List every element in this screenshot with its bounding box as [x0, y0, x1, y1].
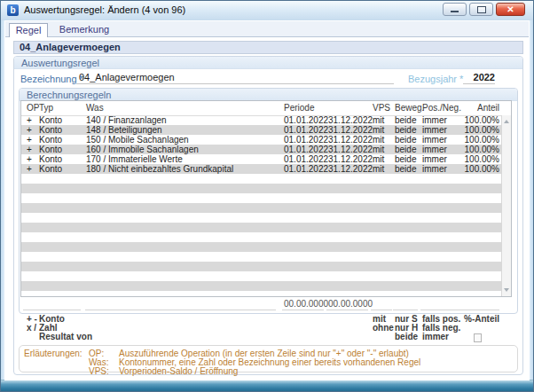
cell-vps: mit [373, 154, 384, 164]
tab-regel[interactable]: Regel [9, 23, 48, 37]
legend: + -Kontomitnur Sfalls pos.%-Anteilx /Zah… [21, 315, 501, 343]
table-row[interactable]: +Konto180 / Nicht einbezahltes Grundkapi… [21, 164, 501, 174]
legend-posneg: immer [422, 333, 449, 341]
legend-typ: Resultat von [39, 333, 92, 341]
hint-row: OP:Auszuführende Operation (in der erste… [20, 349, 517, 357]
cell-posneg: immer [422, 135, 447, 145]
cell-vps: mit [373, 135, 384, 145]
legend-vps: ohne [373, 324, 394, 333]
hint-row: Was:Kontonummer, eine Zahl oder Bezeichn… [20, 357, 517, 366]
table-edit-row[interactable]: 00.00.0000 00.00.0000 [21, 299, 501, 311]
cell-beweg: beide [395, 115, 416, 125]
cell-vps: mit [373, 115, 384, 125]
window-frame-bottom [1, 380, 533, 391]
cell-bis: 31.12.2022 [328, 145, 373, 154]
table-scrollbar[interactable] [501, 115, 511, 296]
cell-von: 01.01.2022 [284, 115, 328, 125]
legend-anteil: %-Anteil [464, 315, 499, 324]
column-header-beweg[interactable]: Beweg. [395, 101, 424, 115]
cell-von: 01.01.2022 [284, 154, 328, 164]
table-row[interactable]: +Konto150 / Mobile Sachanlagen01.01.2022… [21, 135, 501, 145]
column-header-was[interactable]: Was [86, 101, 104, 115]
bezeichnung-label: Bezeichnung * [20, 74, 83, 84]
bezeichnung-input[interactable]: 04_Anlagevermoegen [76, 72, 394, 84]
column-header-op[interactable]: OP [27, 101, 39, 115]
erlaeuterungen-box: Erläuterungen: OP:Auszuführende Operatio… [19, 345, 518, 372]
cell-posneg: immer [422, 115, 447, 125]
edit-field-underline [326, 310, 368, 310]
column-header-vps[interactable]: VPS [373, 101, 390, 115]
cell-was: 160 / Immobile Sachanlagen [86, 145, 199, 154]
app-icon: b [7, 4, 19, 16]
cell-bis: 31.12.2022 [328, 115, 373, 125]
cell-von: 01.01.2022 [284, 145, 328, 154]
edit-field-underline [282, 310, 324, 310]
cell-op: + [27, 154, 32, 164]
column-header-von[interactable]: Periode [284, 101, 314, 115]
group-title-berechnungsregeln: Berechnungsregeln [20, 89, 517, 101]
close-icon: ✕ [507, 4, 514, 14]
cell-vps: mit [373, 164, 384, 174]
cell-posneg: immer [422, 125, 447, 135]
bezugsjahr-input[interactable]: 2022 [463, 72, 495, 84]
cell-op: + [27, 125, 32, 135]
cell-anteil: 100.00% [465, 125, 499, 135]
cell-typ: Konto [39, 164, 62, 174]
hint-key: VPS: [89, 366, 109, 376]
cell-vps: mit [373, 125, 384, 135]
minimize-icon [451, 11, 459, 12]
date-mask-bis[interactable]: 00.00.0000 [328, 299, 373, 309]
scroll-up-icon[interactable] [504, 120, 509, 123]
bezugsjahr-label: Bezugsjahr * [408, 74, 463, 84]
edit-field-underline [85, 310, 276, 310]
cell-was: 180 / Nicht einbezahltes Grundkapital [86, 164, 233, 174]
maximize-button[interactable] [469, 3, 493, 16]
date-mask-von[interactable]: 00.00.0000 [284, 299, 328, 309]
table-row[interactable]: +Konto170 / Immaterielle Werte01.01.2022… [21, 154, 501, 164]
tab-bemerkung[interactable]: Bemerkung [53, 23, 115, 36]
cell-beweg: beide [395, 154, 416, 164]
table-row[interactable]: +Konto160 / Immobile Sachanlagen01.01.20… [21, 145, 501, 154]
cell-anteil: 100.00% [465, 135, 499, 145]
minimize-button[interactable] [443, 3, 467, 16]
titlebar[interactable]: b Auswertungsregel: Ändern (4 von 96) ✕ [1, 1, 533, 21]
cell-was: 140 / Finanzanlagen [86, 115, 167, 125]
legend-op: x / [27, 324, 36, 333]
column-header-posneg[interactable]: Pos./Neg. [422, 101, 461, 115]
edit-field-underline [420, 310, 465, 310]
table-row[interactable]: +Konto140 / Finanzanlagen01.01.202231.12… [21, 115, 501, 125]
cell-bis: 31.12.2022 [328, 164, 373, 174]
legend-row: Resultat vonbeideimmer [21, 333, 501, 341]
cell-was: 150 / Mobile Sachanlagen [86, 135, 189, 145]
column-header-typ[interactable]: Typ [39, 101, 53, 115]
column-header-anteil[interactable]: Anteil [477, 101, 499, 115]
cell-beweg: beide [395, 145, 416, 154]
edit-field-underline [464, 310, 499, 310]
cell-anteil: 100.00% [465, 154, 499, 164]
hint-row: VPS:Vorperioden-Saldo / Eröffnung [20, 366, 517, 375]
cell-von: 01.01.2022 [284, 125, 328, 135]
cell-bis: 31.12.2022 [328, 125, 373, 135]
window-frame-right [530, 20, 533, 380]
scroll-down-icon[interactable] [504, 288, 509, 292]
maximize-icon [477, 6, 486, 13]
cell-anteil: 100.00% [465, 164, 499, 174]
edit-field-underline [371, 310, 392, 310]
cell-vps: mit [373, 145, 384, 154]
cell-posneg: immer [422, 154, 447, 164]
edit-field-underline [23, 310, 81, 310]
cell-typ: Konto [39, 135, 62, 145]
edit-field-underline [393, 310, 418, 310]
cell-was: 170 / Immaterielle Werte [86, 154, 183, 164]
table-header-row: OPTypWasPeriodeVPSBeweg.Pos./Neg.Anteil [21, 101, 501, 116]
table-empty-stripes [21, 174, 501, 296]
cell-anteil: 100.00% [465, 145, 499, 154]
close-button[interactable]: ✕ [496, 3, 525, 16]
cell-op: + [27, 164, 32, 174]
app-window: b Auswertungsregel: Ändern (4 von 96) ✕ … [0, 0, 534, 392]
tab-strip: Regel Bemerkung [5, 21, 529, 37]
cell-von: 01.01.2022 [284, 135, 328, 145]
table-row[interactable]: +Konto148 / Beteiligungen01.01.202231.12… [21, 125, 501, 135]
cell-posneg: immer [422, 145, 447, 154]
cell-posneg: immer [422, 164, 447, 174]
